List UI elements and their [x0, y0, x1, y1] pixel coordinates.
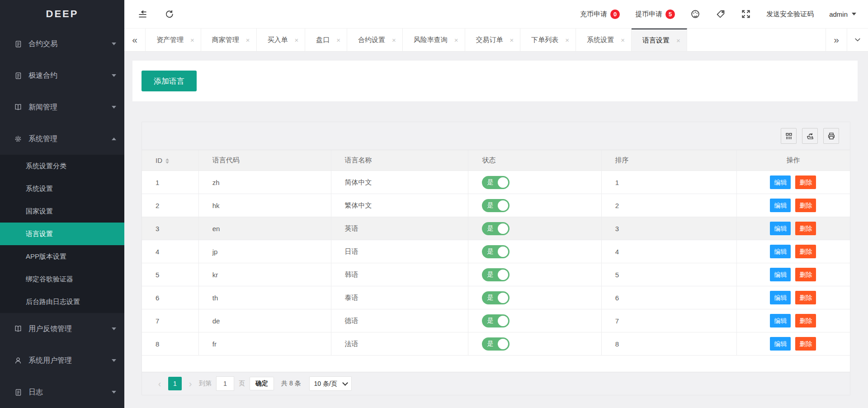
table-header-row: ID 语言代码 语言名称 状态 排序 操作: [142, 150, 850, 171]
sidebar-item[interactable]: 日志: [0, 376, 124, 408]
tab[interactable]: 资产管理×: [146, 28, 201, 51]
sort-icon[interactable]: [165, 158, 169, 164]
filter-columns-button[interactable]: [781, 128, 797, 144]
close-tab-icon[interactable]: ×: [190, 36, 194, 44]
tag-button[interactable]: [716, 9, 726, 19]
sidebar-subitem[interactable]: 国家设置: [0, 200, 124, 223]
delete-button[interactable]: 删除: [795, 199, 816, 212]
add-language-button[interactable]: 添加语言: [142, 71, 197, 91]
scroll-tabs-left-button[interactable]: «: [124, 28, 146, 51]
delete-button[interactable]: 删除: [795, 268, 816, 281]
theme-button[interactable]: [690, 9, 700, 19]
edit-button[interactable]: 编辑: [770, 222, 791, 235]
delete-button[interactable]: 删除: [795, 222, 816, 235]
sidebar-item[interactable]: 极速合约: [0, 60, 124, 91]
chevron-down-icon: [112, 74, 116, 77]
sidebar-item[interactable]: 系统管理: [0, 123, 124, 155]
sidebar-item[interactable]: 新闻管理: [0, 91, 124, 123]
tab-options-button[interactable]: [847, 28, 868, 51]
delete-button[interactable]: 删除: [795, 245, 816, 258]
goto-page-input[interactable]: [216, 376, 234, 391]
cell-actions: 编辑删除: [736, 332, 850, 356]
tab[interactable]: 系统设置×: [576, 28, 632, 51]
delete-button[interactable]: 删除: [795, 314, 816, 327]
toggle-knob: [498, 177, 508, 188]
sidebar-item[interactable]: 合约交易: [0, 28, 124, 60]
tab[interactable]: 语言设置×: [632, 28, 687, 51]
cell-name: 日语: [331, 240, 468, 263]
sidebar-subitem[interactable]: 语言设置: [0, 223, 124, 245]
status-toggle[interactable]: 是: [482, 176, 509, 189]
close-tab-icon[interactable]: ×: [246, 36, 250, 44]
close-tab-icon[interactable]: ×: [621, 36, 625, 44]
status-toggle[interactable]: 是: [482, 199, 509, 212]
status-toggle[interactable]: 是: [482, 222, 509, 235]
status-toggle[interactable]: 是: [482, 268, 509, 281]
edit-button[interactable]: 编辑: [770, 291, 791, 304]
tab[interactable]: 盘口×: [305, 28, 347, 51]
send-security-code-button[interactable]: 发送安全验证码: [766, 10, 814, 19]
edit-button[interactable]: 编辑: [770, 199, 791, 212]
table-row: 4jp日语是4编辑删除: [142, 240, 850, 263]
edit-button[interactable]: 编辑: [770, 314, 791, 327]
toggle-knob: [498, 316, 508, 326]
chevron-down-icon: [112, 359, 116, 362]
sidebar-subitem[interactable]: APP版本设置: [0, 245, 124, 268]
deposit-requests-link[interactable]: 充币申请 0: [580, 9, 620, 19]
close-tab-icon[interactable]: ×: [454, 36, 458, 44]
collapse-sidebar-button[interactable]: [138, 9, 147, 19]
chevron-up-icon: [112, 138, 116, 140]
column-header-actions: 操作: [736, 150, 850, 171]
sidebar-subitem[interactable]: 绑定谷歌验证器: [0, 268, 124, 290]
tab[interactable]: 商家管理×: [201, 28, 257, 51]
withdraw-requests-link[interactable]: 提币申请 5: [635, 9, 675, 19]
fullscreen-button[interactable]: [741, 9, 751, 19]
status-toggle[interactable]: 是: [482, 291, 509, 304]
delete-button[interactable]: 删除: [795, 291, 816, 304]
status-toggle[interactable]: 是: [482, 337, 509, 351]
tab[interactable]: 风险率查询×: [403, 28, 465, 51]
status-toggle[interactable]: 是: [482, 314, 509, 327]
tab[interactable]: 合约设置×: [347, 28, 403, 51]
status-toggle[interactable]: 是: [482, 245, 509, 258]
column-header-name: 语言名称: [331, 150, 468, 171]
edit-button[interactable]: 编辑: [770, 337, 791, 351]
collapse-menu-icon: [138, 9, 147, 19]
toggle-knob: [498, 223, 508, 234]
sidebar-item[interactable]: 用户反馈管理: [0, 313, 124, 345]
tab[interactable]: 买入单×: [257, 28, 306, 51]
cell-actions: 编辑删除: [736, 263, 850, 286]
cell-name: 英语: [331, 217, 468, 240]
sidebar-item[interactable]: 系统用户管理: [0, 345, 124, 376]
next-page-button[interactable]: ›: [186, 379, 194, 388]
scroll-tabs-right-button[interactable]: »: [826, 28, 847, 51]
tab[interactable]: 下单列表×: [520, 28, 576, 51]
current-page-button[interactable]: 1: [168, 377, 182, 390]
close-tab-icon[interactable]: ×: [510, 36, 514, 44]
sidebar-subitem[interactable]: 后台路由日志设置: [0, 290, 124, 313]
edit-button[interactable]: 编辑: [770, 245, 791, 258]
sidebar-subitem[interactable]: 系统设置分类: [0, 155, 124, 177]
prev-page-button[interactable]: ‹: [156, 379, 164, 388]
user-menu[interactable]: admin: [829, 10, 856, 18]
export-button[interactable]: [802, 128, 818, 144]
goto-confirm-button[interactable]: 确定: [250, 377, 274, 390]
navbar-right: 充币申请 0 提币申请 5: [580, 9, 856, 19]
close-tab-icon[interactable]: ×: [676, 37, 680, 44]
close-tab-icon[interactable]: ×: [336, 36, 340, 44]
column-header-id[interactable]: ID: [142, 150, 198, 171]
per-page-select[interactable]: 10 条/页: [309, 376, 352, 391]
delete-button[interactable]: 删除: [795, 176, 816, 189]
print-button[interactable]: [823, 128, 839, 144]
sidebar-subitem[interactable]: 系统设置: [0, 177, 124, 200]
close-tab-icon[interactable]: ×: [565, 36, 569, 44]
edit-button[interactable]: 编辑: [770, 176, 791, 189]
cell-status: 是: [468, 286, 601, 309]
refresh-button[interactable]: [165, 9, 174, 19]
edit-button[interactable]: 编辑: [770, 268, 791, 281]
delete-button[interactable]: 删除: [795, 337, 816, 351]
withdraw-count-badge: 5: [665, 9, 675, 19]
close-tab-icon[interactable]: ×: [295, 36, 299, 44]
tab[interactable]: 交易订单×: [465, 28, 521, 51]
close-tab-icon[interactable]: ×: [392, 36, 396, 44]
